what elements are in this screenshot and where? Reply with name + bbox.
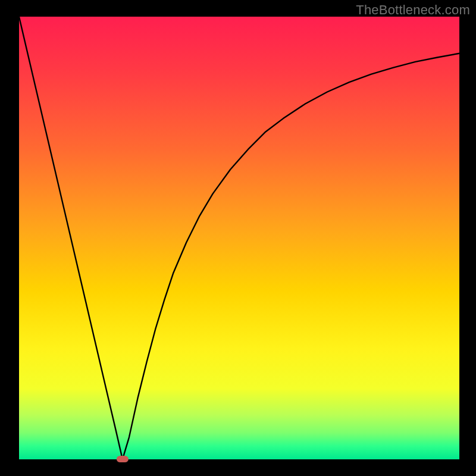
bottleneck-chart	[0, 0, 476, 476]
plot-background	[19, 17, 459, 459]
min-marker	[117, 456, 129, 462]
watermark-text: TheBottleneck.com	[356, 2, 470, 18]
chart-frame: TheBottleneck.com	[0, 0, 476, 476]
